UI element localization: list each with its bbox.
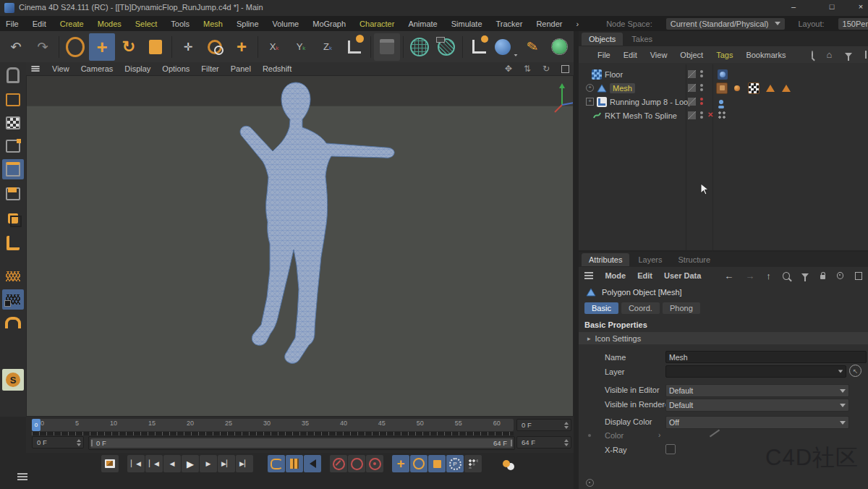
expand-icon[interactable]: + (586, 84, 594, 92)
play-button[interactable]: ▶ (182, 455, 199, 472)
expand-box-icon[interactable]: + (586, 98, 594, 106)
viewport-canvas[interactable]: Z (26, 75, 574, 417)
keyframe-color-button[interactable] (498, 455, 515, 472)
current-frame-spinner[interactable]: 0 F (516, 419, 571, 431)
coordinate-system-toggle[interactable] (341, 33, 367, 61)
timeline-ruler[interactable]: 0 5 10 15 20 25 30 35 40 45 50 55 60 0 (32, 419, 514, 431)
am-menu-mode[interactable]: Mode (605, 271, 626, 280)
snap-enabled-button[interactable] (2, 289, 24, 310)
vp-menu-display[interactable]: Display (124, 64, 150, 73)
record-active-objects-button[interactable] (330, 455, 347, 472)
layer-picker-button[interactable]: ↖ (849, 365, 861, 377)
render-toggle[interactable] (688, 98, 696, 106)
lock-x-axis[interactable]: Xk (261, 33, 287, 61)
magnet-snap-button[interactable] (2, 312, 24, 333)
tab-attributes[interactable]: Attributes (582, 253, 629, 266)
menu-tracker[interactable]: Tracker (496, 20, 523, 28)
render-toggle[interactable] (688, 84, 696, 92)
menu-simulate[interactable]: Simulate (451, 20, 482, 28)
phong-tag-icon[interactable] (781, 83, 791, 93)
am-menu-user-data[interactable]: User Data (664, 271, 701, 280)
hamburger-icon[interactable] (31, 66, 39, 72)
render-view-button[interactable] (374, 33, 400, 61)
forward-arrow-icon[interactable]: → (745, 271, 754, 281)
key-parameter-toggle[interactable]: P (446, 455, 464, 472)
panel-splitter[interactable] (574, 31, 579, 489)
visibility-dots[interactable] (700, 111, 703, 119)
workplane-button[interactable] (466, 33, 492, 61)
lock-icon[interactable] (820, 275, 825, 279)
lock-z-axis[interactable]: Zk (315, 33, 341, 61)
hamburger-icon[interactable] (584, 272, 593, 279)
scale-tool[interactable] (142, 33, 169, 61)
make-editable-button[interactable] (2, 65, 24, 85)
texture-mode-button[interactable] (2, 113, 24, 133)
render-picture-viewer-button[interactable] (407, 33, 433, 61)
axis-mode-button[interactable] (2, 233, 24, 253)
lock-y-axis[interactable]: Yk (288, 33, 314, 61)
point-mode-button[interactable] (2, 136, 24, 156)
spinner-arrows-icon[interactable] (564, 439, 569, 446)
vp-menu-options[interactable]: Options (162, 64, 190, 73)
filter-icon[interactable] (845, 53, 852, 57)
om-menu-file[interactable]: File (597, 51, 610, 59)
om-menu-bookmarks[interactable]: Bookmarks (746, 51, 786, 59)
character-tag-icon[interactable] (716, 97, 726, 107)
layout-select[interactable]: 150PercentRecordLayout (User) (838, 18, 868, 30)
range-grip-right[interactable] (511, 440, 512, 446)
visibility-dots[interactable] (700, 70, 703, 77)
object-row-rkt-mesh-to-spline[interactable]: RKT Mesh To Spline ✕ (579, 109, 868, 122)
focus-icon[interactable] (837, 272, 843, 279)
edge-mode-button-selected[interactable] (2, 159, 24, 179)
menu-character[interactable]: Character (359, 20, 394, 28)
object-row-running-jump[interactable]: + Running Jump 8 - Loop (579, 95, 868, 109)
visibility-dots-red[interactable] (700, 98, 703, 105)
tab-layers[interactable]: Layers (631, 253, 669, 266)
key-scale-toggle[interactable] (428, 455, 446, 472)
goto-start-button[interactable]: ▏◀ (127, 455, 145, 472)
xray-checkbox[interactable] (665, 444, 676, 454)
play-sound-button[interactable] (304, 455, 321, 472)
menu-overflow-icon[interactable]: › (576, 20, 579, 28)
spinner-arrows-icon[interactable] (77, 439, 81, 446)
am-menu-edit[interactable]: Edit (637, 271, 652, 280)
visibility-dots[interactable] (700, 84, 703, 91)
disabled-x-icon[interactable]: ✕ (707, 111, 713, 119)
tab-objects[interactable]: Objects (582, 33, 623, 46)
key-position-toggle[interactable]: + (392, 455, 409, 472)
spline-pen-button[interactable]: ✎ (519, 33, 545, 61)
previous-frame-button[interactable]: ◀ (163, 455, 181, 472)
vp-menu-redshift[interactable]: Redshift (263, 64, 292, 73)
next-key-button[interactable]: ▶▏ (218, 455, 235, 472)
axis-add-tool[interactable]: + (229, 33, 255, 61)
tab-takes[interactable]: Takes (624, 33, 660, 46)
polygon-mode-button[interactable] (2, 184, 24, 204)
range-grip-left[interactable] (91, 440, 93, 446)
icon-settings-group[interactable]: ▸ Icon Settings (579, 332, 868, 344)
vp-move-camera-icon[interactable]: ✥ (505, 64, 512, 74)
snapshot-button[interactable] (101, 455, 119, 472)
search-icon[interactable] (812, 51, 813, 59)
points-tag-icon[interactable] (718, 111, 726, 119)
workplane-mode-button[interactable] (2, 266, 24, 286)
menu-spline[interactable]: Spline (237, 20, 259, 28)
phong-tag-icon[interactable] (765, 83, 775, 93)
tab-structure[interactable]: Structure (671, 253, 718, 266)
layer-dropdown[interactable] (665, 365, 846, 378)
object-row-mesh-selected[interactable]: + Mesh (579, 81, 868, 95)
menu-tools[interactable]: Tools (171, 20, 190, 28)
key-rotation-toggle[interactable] (410, 455, 427, 472)
vp-rotate-camera-icon[interactable]: ↻ (542, 64, 550, 74)
key-point-level-toggle[interactable] (464, 455, 482, 472)
vp-menu-view[interactable]: View (52, 64, 69, 73)
timeline-playhead[interactable]: 0 (32, 419, 41, 431)
om-menu-edit[interactable]: Edit (624, 51, 637, 59)
visible-editor-dropdown[interactable]: Default (665, 384, 849, 397)
node-space-select[interactable]: Current (Standard/Physical) (666, 18, 785, 30)
filter-icon[interactable] (801, 273, 809, 278)
object-label[interactable]: RKT Mesh To Spline (605, 111, 677, 120)
vp-menu-filter[interactable]: Filter (201, 64, 218, 73)
render-toggle[interactable] (688, 111, 696, 119)
om-menu-view[interactable]: View (650, 51, 668, 59)
minimize-button[interactable]: – (783, 2, 804, 11)
